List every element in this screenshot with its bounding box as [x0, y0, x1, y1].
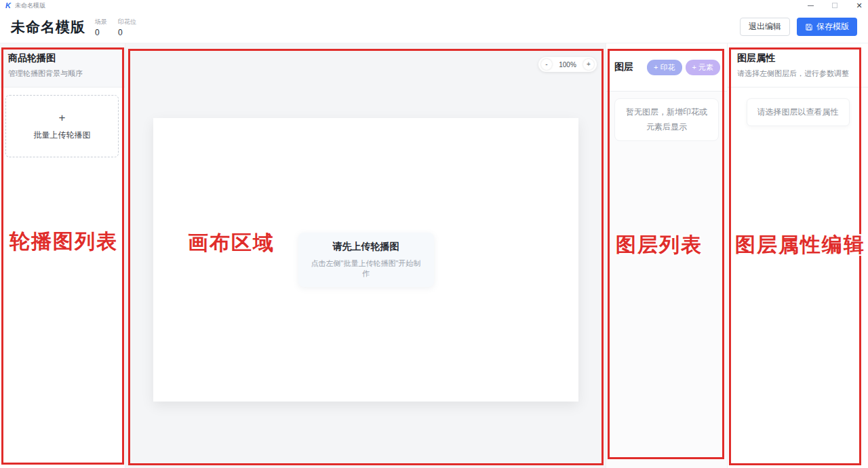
canvas-empty-hint: 点击左侧"批量上传轮播图"开始制作: [309, 258, 423, 279]
carousel-panel-subtitle: 管理轮播图背景与顺序: [8, 69, 117, 79]
exit-edit-button[interactable]: 退出编辑: [740, 18, 790, 36]
layers-add-buttons: + 印花 + 元素: [647, 60, 720, 75]
page-title: 未命名模版: [11, 18, 85, 37]
add-print-button[interactable]: + 印花: [647, 60, 682, 75]
add-element-button[interactable]: + 元素: [686, 60, 720, 75]
maximize-icon[interactable]: [830, 1, 840, 10]
save-icon: [805, 23, 813, 31]
stat-print-slot-value: 0: [118, 28, 136, 37]
zoom-level: 100%: [559, 61, 576, 69]
canvas-empty-state: 请先上传轮播图 点击左侧"批量上传轮播图"开始制作: [298, 233, 434, 287]
stat-print-slot-label: 印花位: [118, 18, 136, 26]
carousel-panel-title: 商品轮播图: [8, 52, 117, 64]
header-actions: 退出编辑 保存模版: [740, 18, 857, 36]
carousel-panel-header: 商品轮播图 管理轮播图背景与顺序: [0, 43, 125, 87]
stat-print-slot: 印花位 0: [118, 18, 136, 37]
batch-upload-label: 批量上传轮播图: [34, 130, 91, 141]
titlebar-title: 未命名模版: [15, 1, 45, 10]
app-logo-icon: K: [5, 2, 11, 9]
app-header: 未命名模版 场景 0 印花位 0 退出编辑 保存模: [0, 11, 868, 43]
stat-scene-value: 0: [95, 28, 107, 37]
plus-icon: +: [59, 112, 66, 123]
properties-panel-header: 图层属性 请选择左侧图层后，进行参数调整: [728, 43, 868, 87]
window-controls: ✕: [806, 0, 864, 11]
save-template-button[interactable]: 保存模版: [797, 18, 857, 36]
properties-panel-subtitle: 请选择左侧图层后，进行参数调整: [737, 69, 859, 79]
zoom-control: - 100% +: [538, 57, 597, 72]
stat-scene: 场景 0: [95, 18, 107, 37]
batch-upload-carousel-button[interactable]: + 批量上传轮播图: [5, 95, 119, 157]
layers-panel-header: 图层 + 印花 + 元素: [606, 43, 727, 92]
save-button-label: 保存模版: [816, 21, 849, 33]
zoom-in-button[interactable]: +: [583, 59, 594, 70]
layer-properties-panel: 图层属性 请选择左侧图层后，进行参数调整 请选择图层以查看属性: [727, 43, 868, 468]
properties-panel-title: 图层属性: [737, 52, 859, 64]
minimize-icon[interactable]: [806, 1, 815, 10]
layers-empty-state: 暂无图层，新增印花或元素后显示: [614, 98, 719, 141]
canvas-page[interactable]: 请先上传轮播图 点击左侧"批量上传轮播图"开始制作: [153, 118, 578, 402]
layers-panel-title: 图层: [614, 61, 633, 73]
titlebar: K 未命名模版 ✕: [0, 0, 868, 11]
stat-scene-label: 场景: [95, 18, 107, 26]
layer-list-panel: 图层 + 印花 + 元素 暂无图层，新增印花或元素后显示: [606, 43, 727, 468]
header-stats: 场景 0 印花位 0: [95, 18, 136, 37]
canvas-area: - 100% + 请先上传轮播图 点击左侧"批量上传轮播图"开始制作: [125, 43, 606, 468]
canvas-empty-title: 请先上传轮播图: [309, 241, 423, 253]
properties-empty-state: 请选择图层以查看属性: [747, 98, 850, 126]
carousel-list-panel: 商品轮播图 管理轮播图背景与顺序 + 批量上传轮播图: [0, 43, 125, 468]
app-window: K 未命名模版 ✕ 未命名模版 场景 0 印花位 0 退出编辑: [0, 0, 868, 468]
zoom-out-button[interactable]: -: [541, 59, 552, 70]
close-icon[interactable]: ✕: [854, 1, 864, 10]
